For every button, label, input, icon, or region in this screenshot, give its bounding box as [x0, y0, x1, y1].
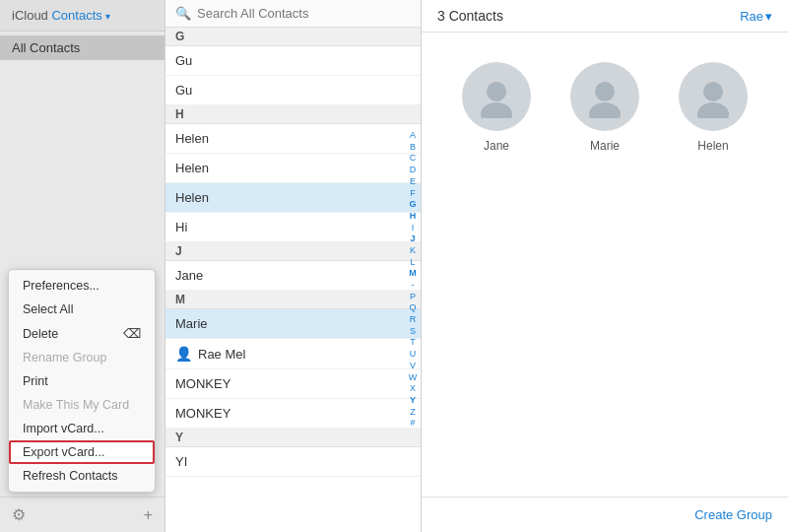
contacts-label: Contacts — [51, 8, 101, 23]
contact-card: Marie — [570, 62, 639, 153]
alpha-letter[interactable]: Y — [410, 395, 416, 407]
contact-name: Gu — [175, 83, 192, 98]
alpha-letter[interactable]: Q — [409, 302, 416, 314]
svg-point-2 — [595, 82, 615, 101]
contact-card-name: Marie — [590, 139, 620, 153]
alpha-letter[interactable]: J — [410, 233, 415, 245]
sidebar-header[interactable]: iCloud Contacts ▾ — [0, 0, 164, 32]
context-menu-item[interactable]: Print — [9, 369, 155, 393]
contact-name: Helen — [175, 161, 209, 175]
alpha-letter[interactable]: L — [410, 257, 415, 269]
alpha-letter[interactable]: R — [410, 314, 417, 326]
contacts-grid: Jane Marie Helen — [422, 33, 788, 182]
alpha-letter[interactable]: S — [410, 326, 416, 338]
contact-name: Hi — [175, 220, 187, 234]
contact-item[interactable]: Jane — [165, 261, 421, 291]
context-menu-item[interactable]: Make This My Card — [9, 393, 155, 417]
alpha-letter[interactable]: A — [410, 130, 416, 142]
alpha-letter[interactable]: M — [409, 268, 417, 280]
contact-name: MONKEY — [175, 406, 230, 421]
alpha-letter[interactable]: E — [410, 176, 416, 188]
contact-item[interactable]: Gu — [165, 76, 421, 105]
rae-button[interactable]: Rae ▾ — [740, 9, 772, 24]
contact-item[interactable]: Helen — [165, 183, 421, 213]
sidebar-footer: ⚙ + — [0, 497, 164, 532]
contact-list: 🔍 GGuGuHHelenHelenHelenHiJJaneMMarie👤Rae… — [165, 0, 422, 532]
contact-item[interactable]: 👤Rae Mel — [165, 339, 421, 369]
contact-item[interactable]: Hi — [165, 213, 421, 242]
contact-name: Marie — [175, 316, 208, 331]
icloud-label: iCloud — [12, 8, 48, 23]
alpha-letter[interactable]: D — [410, 165, 417, 176]
context-menu-item[interactable]: Delete⌫ — [9, 321, 155, 346]
contact-item[interactable]: MONKEY — [165, 369, 421, 399]
context-menu-item[interactable]: Export vCard... — [9, 440, 155, 464]
alpha-letter[interactable]: T — [410, 337, 416, 349]
settings-icon[interactable]: ⚙ — [12, 505, 26, 524]
section-header: G — [165, 28, 421, 46]
context-menu-item[interactable]: Refresh Contacts — [9, 464, 155, 488]
svg-point-3 — [589, 102, 621, 118]
context-menu-item[interactable]: Rename Group — [9, 346, 155, 369]
create-group-button[interactable]: Create Group — [694, 507, 772, 522]
contact-card: Jane — [462, 62, 531, 153]
add-group-icon[interactable]: + — [144, 506, 153, 524]
alpha-index: ABCDEFGHIJKLM-PQRSTUVWXYZ# — [405, 28, 421, 532]
contact-name: YI — [175, 454, 187, 469]
contact-name: Helen — [175, 131, 209, 146]
context-menu-item[interactable]: Import vCard... — [9, 417, 155, 440]
alpha-letter[interactable]: I — [412, 223, 415, 234]
alpha-letter[interactable]: C — [410, 153, 417, 165]
alpha-letter[interactable]: H — [410, 211, 417, 223]
contact-card-name: Helen — [697, 139, 728, 153]
contact-item[interactable]: YI — [165, 447, 421, 477]
contact-name: Helen — [175, 190, 209, 205]
alpha-letter[interactable]: W — [409, 372, 418, 384]
search-bar: 🔍 — [165, 0, 421, 28]
svg-point-4 — [703, 82, 723, 101]
alpha-letter[interactable]: # — [410, 418, 415, 430]
rae-label: Rae — [740, 9, 763, 24]
svg-point-5 — [697, 102, 729, 118]
search-icon: 🔍 — [175, 6, 191, 21]
detail-title: 3 Contacts — [437, 8, 503, 24]
contact-name: Jane — [175, 268, 203, 283]
alpha-letter[interactable]: Z — [410, 407, 416, 419]
contact-item[interactable]: Gu — [165, 46, 421, 76]
alpha-letter[interactable]: P — [410, 292, 416, 303]
section-header: J — [165, 242, 421, 261]
contact-name: Rae Mel — [198, 347, 245, 362]
contact-item[interactable]: Marie — [165, 309, 421, 339]
context-menu: Preferences...Select AllDelete⌫Rename Gr… — [8, 269, 156, 493]
contact-item[interactable]: Helen — [165, 154, 421, 183]
alpha-letter[interactable]: - — [412, 280, 415, 292]
alpha-letter[interactable]: B — [410, 142, 416, 154]
avatar — [570, 62, 639, 131]
avatar — [462, 62, 531, 131]
alpha-letter[interactable]: G — [409, 199, 416, 211]
contact-card-name: Jane — [484, 139, 509, 153]
contact-item[interactable]: MONKEY — [165, 399, 421, 429]
contact-item[interactable]: Helen — [165, 124, 421, 154]
contact-scroll: GGuGuHHelenHelenHelenHiJJaneMMarie👤Rae M… — [165, 28, 421, 532]
contact-name: Gu — [175, 53, 192, 68]
contact-name: MONKEY — [175, 376, 230, 391]
context-menu-item[interactable]: Select All — [9, 298, 155, 321]
section-header: Y — [165, 429, 421, 447]
alpha-letter[interactable]: U — [410, 349, 417, 361]
alpha-letter[interactable]: K — [410, 245, 416, 257]
alpha-letter[interactable]: X — [410, 383, 416, 395]
app-chevron-icon: ▾ — [105, 11, 110, 22]
contact-avatar-icon: 👤 — [175, 346, 192, 362]
svg-point-0 — [487, 82, 506, 101]
sidebar-item-all-contacts[interactable]: All Contacts — [0, 35, 164, 60]
alpha-letter[interactable]: V — [410, 361, 416, 372]
detail-footer: Create Group — [422, 497, 788, 532]
context-menu-item[interactable]: Preferences... — [9, 274, 155, 298]
alpha-letter[interactable]: F — [410, 188, 416, 200]
rae-chevron-icon: ▾ — [765, 9, 772, 24]
detail-panel: 3 Contacts Rae ▾ Jane Marie Helen Create… — [422, 0, 788, 532]
section-header: M — [165, 291, 421, 309]
contact-card: Helen — [679, 62, 748, 153]
search-input[interactable] — [197, 6, 411, 21]
